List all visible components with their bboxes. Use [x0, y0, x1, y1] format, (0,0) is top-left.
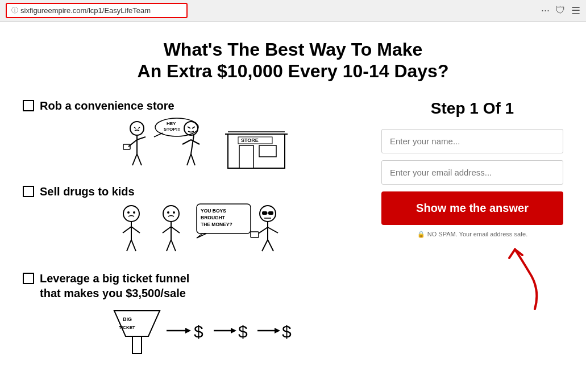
svg-line-59 — [268, 240, 273, 251]
svg-line-1 — [134, 127, 136, 128]
option-rob: Rob a convenience store — [23, 99, 359, 174]
more-icon[interactable]: ··· — [541, 5, 550, 17]
shield-icon[interactable]: 🛡 — [555, 5, 566, 17]
svg-point-36 — [163, 206, 179, 222]
robbery-illustration: HEY STOP!!! — [103, 117, 296, 174]
url-text: sixfigureempire.com/lcp1/EasyLifeTeam — [20, 6, 151, 15]
url-bar[interactable]: ⓘ sixfigureempire.com/lcp1/EasyLifeTeam — [6, 3, 188, 18]
illustration-drugs: YOU BOYS BROUGHT THE MONEY? — [40, 203, 359, 260]
svg-marker-68 — [231, 328, 236, 333]
funnel-illustration: BIG TICKET $ $ — [103, 308, 296, 359]
menu-icon[interactable]: ☰ — [571, 5, 580, 17]
svg-text:STOP!!!: STOP!!! — [164, 127, 181, 132]
checkbox-drugs[interactable] — [23, 186, 34, 197]
svg-text:BIG: BIG — [123, 316, 132, 322]
svg-marker-71 — [275, 328, 280, 333]
arrow-area — [381, 244, 563, 312]
svg-text:TICKET: TICKET — [119, 325, 135, 330]
red-arrow — [495, 244, 552, 312]
svg-line-43 — [171, 240, 176, 251]
svg-rect-50 — [262, 211, 267, 215]
option-rob-label: Rob a convenience store — [23, 99, 359, 112]
svg-rect-5 — [123, 144, 130, 149]
drugs-illustration: YOU BOYS BROUGHT THE MONEY? — [103, 201, 296, 261]
svg-line-58 — [262, 240, 268, 251]
svg-point-29 — [127, 211, 130, 214]
svg-point-38 — [173, 211, 175, 214]
option-funnel: Leverage a big ticket funnel that makes … — [23, 271, 359, 362]
svg-line-34 — [127, 240, 131, 251]
svg-text:STORE: STORE — [241, 137, 259, 143]
svg-text:YOU BOYS: YOU BOYS — [201, 208, 226, 214]
name-input[interactable] — [381, 129, 563, 153]
options-column: Rob a convenience store — [23, 99, 359, 373]
svg-line-12 — [154, 133, 163, 137]
svg-line-8 — [137, 154, 142, 165]
svg-text:$: $ — [238, 322, 248, 341]
step-heading: Step 1 Of 1 — [381, 99, 563, 118]
svg-point-37 — [167, 211, 169, 214]
svg-line-33 — [131, 227, 140, 233]
svg-text:$: $ — [194, 322, 203, 341]
svg-line-7 — [132, 154, 137, 165]
svg-rect-22 — [239, 145, 253, 168]
option-drugs: Sell drugs to kids — [23, 185, 359, 260]
two-col-layout: Rob a convenience store — [23, 99, 563, 373]
svg-rect-51 — [268, 211, 273, 215]
svg-text:THE MONEY?: THE MONEY? — [201, 222, 232, 227]
svg-line-32 — [123, 227, 131, 233]
svg-line-41 — [171, 227, 180, 233]
option-funnel-label: Leverage a big ticket funnel that makes … — [23, 271, 359, 301]
svg-point-28 — [123, 206, 139, 222]
form-column: Step 1 Of 1 Show me the answer 🔒 NO SPAM… — [381, 99, 563, 312]
checkbox-rob[interactable] — [23, 100, 34, 111]
no-spam-notice: 🔒 NO SPAM. Your email address safe. — [381, 231, 563, 238]
svg-point-0 — [130, 122, 144, 135]
svg-line-73 — [509, 249, 515, 258]
svg-line-16 — [191, 135, 194, 154]
page-content: What's The Best Way To Make An Extra $10… — [0, 22, 586, 392]
svg-line-6 — [137, 137, 146, 140]
svg-text:$: $ — [282, 322, 292, 341]
svg-marker-48 — [197, 233, 206, 238]
svg-line-19 — [187, 154, 191, 165]
email-input[interactable] — [381, 160, 563, 185]
info-icon: ⓘ — [11, 6, 18, 15]
svg-line-2 — [138, 127, 140, 128]
svg-rect-61 — [132, 336, 142, 353]
svg-rect-56 — [251, 232, 259, 237]
lock-icon: 🔒 — [417, 231, 425, 238]
svg-line-42 — [167, 240, 171, 251]
browser-bar: ⓘ sixfigureempire.com/lcp1/EasyLifeTeam … — [0, 0, 586, 22]
browser-actions: ··· 🛡 ☰ — [541, 5, 580, 17]
svg-line-35 — [131, 240, 136, 251]
svg-line-20 — [191, 154, 195, 165]
svg-point-30 — [133, 211, 135, 214]
main-heading: What's The Best Way To Make An Extra $10… — [23, 39, 563, 82]
svg-marker-65 — [185, 328, 191, 333]
svg-text:BROUGHT: BROUGHT — [201, 215, 226, 220]
svg-marker-60 — [114, 311, 160, 336]
svg-text:HEY: HEY — [167, 121, 176, 126]
illustration-funnel: BIG TICKET $ $ — [40, 305, 359, 362]
option-drugs-label: Sell drugs to kids — [23, 185, 359, 198]
svg-line-57 — [268, 227, 278, 233]
svg-rect-23 — [259, 145, 276, 157]
svg-line-40 — [163, 227, 171, 233]
submit-button[interactable]: Show me the answer — [381, 191, 563, 225]
illustration-rob: HEY STOP!!! — [40, 117, 359, 174]
svg-line-17 — [182, 140, 191, 144]
checkbox-funnel[interactable] — [23, 273, 34, 284]
